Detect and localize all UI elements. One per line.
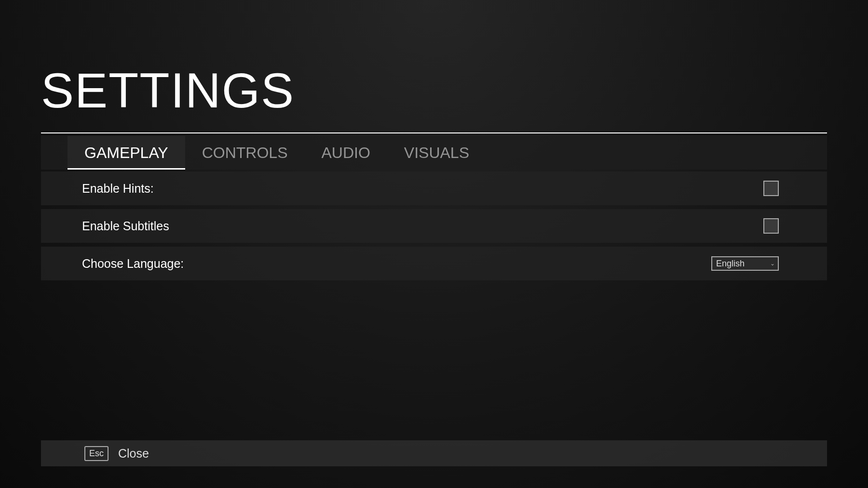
footer-bar: Esc Close [41, 440, 827, 466]
setting-label-language: Choose Language: [82, 257, 184, 271]
setting-row-language: Choose Language: English ⌄ [41, 247, 827, 280]
language-select-wrap: English ⌄ [711, 256, 779, 271]
setting-row-hints: Enable Hints: [41, 171, 827, 205]
title-divider [41, 132, 827, 133]
tab-gameplay[interactable]: GAMEPLAY [68, 136, 185, 170]
checkbox-subtitles[interactable] [763, 218, 779, 234]
tab-visuals[interactable]: VISUALS [387, 136, 486, 170]
tab-audio[interactable]: AUDIO [304, 136, 387, 170]
esc-key-badge: Esc [84, 446, 108, 461]
tabs-bar: GAMEPLAY CONTROLS AUDIO VISUALS [41, 136, 827, 170]
tab-label: AUDIO [321, 144, 370, 162]
tab-label: GAMEPLAY [84, 144, 168, 162]
page-title: SETTINGS [41, 63, 827, 119]
close-button[interactable]: Close [118, 447, 149, 461]
checkbox-hints[interactable] [763, 181, 779, 196]
tab-controls[interactable]: CONTROLS [185, 136, 305, 170]
tab-label: CONTROLS [202, 144, 288, 162]
setting-row-subtitles: Enable Subtitles [41, 209, 827, 243]
setting-label-hints: Enable Hints: [82, 182, 154, 196]
language-select[interactable]: English [711, 256, 779, 271]
tab-label: VISUALS [404, 144, 469, 162]
settings-list: Enable Hints: Enable Subtitles Choose La… [41, 171, 827, 280]
setting-label-subtitles: Enable Subtitles [82, 219, 169, 233]
